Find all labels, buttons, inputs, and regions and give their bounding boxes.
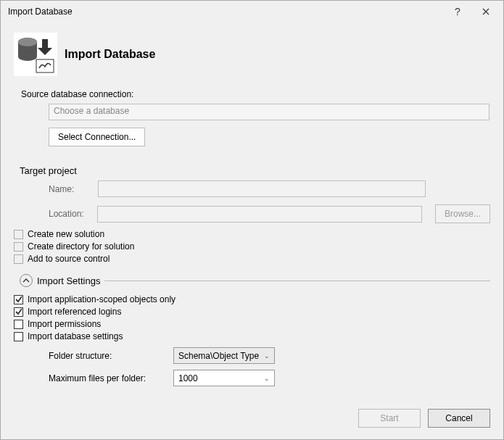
add-source-control-row: Add to source control — [14, 254, 490, 264]
create-new-solution-checkbox — [14, 230, 23, 239]
import-database-dialog: Import Database ? Import Database Source — [0, 0, 504, 440]
browse-button[interactable]: Browse... — [435, 204, 490, 223]
max-files-select[interactable]: 1000 ⌄ — [173, 370, 275, 386]
header: Import Database — [14, 33, 490, 76]
database-import-icon — [14, 33, 57, 76]
app-scoped-label: Import application-scoped objects only — [28, 294, 175, 304]
source-database-input[interactable]: Choose a database — [49, 104, 489, 120]
import-settings-section: Import Settings — [20, 274, 490, 287]
help-button[interactable]: ? — [445, 1, 470, 22]
create-directory-row: Create directory for solution — [14, 241, 490, 252]
name-input[interactable] — [98, 180, 426, 197]
start-button[interactable]: Start — [358, 409, 421, 428]
folder-structure-row: Folder structure: Schema\Object Type ⌄ — [49, 347, 490, 364]
close-button[interactable] — [470, 1, 502, 22]
chevron-down-icon: ⌄ — [264, 375, 270, 382]
titlebar: Import Database ? — [1, 1, 503, 22]
source-section-label: Source database connection: — [21, 89, 490, 99]
source-database-placeholder: Choose a database — [54, 106, 129, 116]
permissions-row: Import permissions — [14, 319, 490, 329]
ref-logins-label: Import referenced logins — [28, 307, 121, 317]
ref-logins-checkbox[interactable] — [14, 307, 23, 317]
create-new-solution-row: Create new solution — [14, 229, 490, 239]
dialog-heading: Import Database — [65, 48, 155, 61]
close-icon — [482, 8, 489, 15]
max-files-label: Maximum files per folder: — [49, 373, 173, 383]
add-source-control-label: Add to source control — [28, 254, 110, 264]
max-files-row: Maximum files per folder: 1000 ⌄ — [49, 370, 490, 386]
target-project-section: Target project — [20, 165, 490, 176]
cancel-button[interactable]: Cancel — [428, 409, 490, 428]
db-settings-row: Import database settings — [14, 331, 490, 341]
dialog-content: Import Database Source database connecti… — [1, 22, 503, 402]
permissions-checkbox[interactable] — [14, 320, 23, 329]
location-label: Location: — [49, 209, 97, 219]
max-files-value: 1000 — [178, 373, 198, 383]
folder-structure-label: Folder structure: — [49, 351, 173, 361]
folder-structure-value: Schema\Object Type — [178, 351, 259, 361]
select-connection-button[interactable]: Select Connection... — [49, 128, 145, 146]
target-project-label: Target project — [20, 165, 77, 176]
import-settings-label: Import Settings — [37, 275, 100, 286]
ref-logins-row: Import referenced logins — [14, 307, 490, 317]
permissions-label: Import permissions — [28, 319, 101, 329]
window-title: Import Database — [8, 7, 445, 17]
create-directory-label: Create directory for solution — [28, 241, 134, 252]
app-scoped-checkbox[interactable] — [14, 295, 23, 304]
location-input[interactable] — [97, 206, 422, 223]
collapse-toggle[interactable] — [20, 274, 33, 287]
chevron-down-icon: ⌄ — [264, 352, 270, 360]
name-label: Name: — [49, 184, 98, 194]
db-settings-label: Import database settings — [28, 331, 123, 341]
svg-point-2 — [18, 52, 37, 61]
chevron-up-icon — [22, 277, 30, 284]
create-new-solution-label: Create new solution — [28, 229, 104, 239]
section-divider — [104, 281, 490, 281]
db-settings-checkbox[interactable] — [14, 332, 23, 341]
add-source-control-checkbox — [14, 254, 23, 264]
svg-point-3 — [18, 38, 37, 46]
folder-structure-select[interactable]: Schema\Object Type ⌄ — [173, 347, 275, 364]
dialog-footer: Start Cancel — [1, 402, 503, 439]
create-directory-checkbox — [14, 242, 23, 252]
name-row: Name: — [49, 180, 490, 197]
app-scoped-row: Import application-scoped objects only — [14, 294, 490, 304]
location-row: Location: Browse... — [49, 204, 490, 223]
